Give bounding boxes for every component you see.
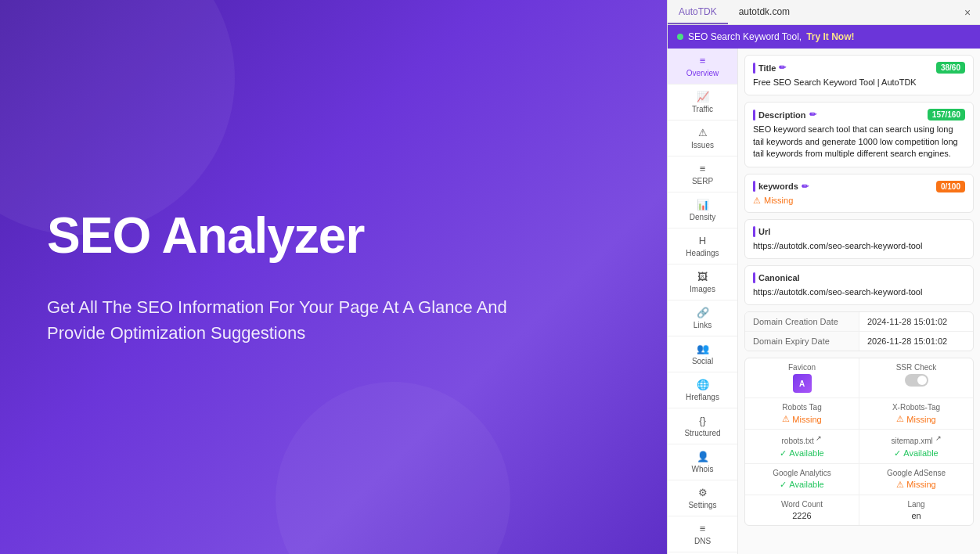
adsense-label: Google AdSense bbox=[867, 469, 965, 477]
title-value: Free SEO Search Keyword Tool | AutoTDK bbox=[753, 77, 965, 88]
wordcount-lang-row: Word Count 2226 Lang en bbox=[745, 495, 973, 525]
keywords-field-block: keywords ✏ 0/100 ⚠ Missing bbox=[744, 174, 974, 213]
keywords-edit-icon[interactable]: ✏ bbox=[802, 182, 809, 192]
whois-icon: 👤 bbox=[697, 451, 709, 462]
ssr-cell: SSR Check bbox=[859, 358, 973, 398]
ssr-label: SSR Check bbox=[867, 363, 965, 372]
sidebar-item-overview[interactable]: ≡ Overview bbox=[668, 49, 737, 85]
x-robots-status: ⚠ Missing bbox=[867, 414, 965, 424]
sidebar-item-hreflangs[interactable]: 🌐 Hreflangs bbox=[668, 372, 737, 408]
favicon-icon: A bbox=[793, 374, 812, 393]
sidebar-item-images[interactable]: 🖼 Images bbox=[668, 264, 737, 300]
warning-icon-adsense: ⚠ bbox=[896, 480, 904, 490]
extension-body: ≡ Overview 📈 Traffic ⚠ Issues ≡ SERP 📊 D… bbox=[668, 49, 980, 554]
robots-txt-status: ✓ Available bbox=[753, 448, 851, 459]
structured-icon: {} bbox=[699, 415, 706, 426]
keywords-bar bbox=[753, 181, 755, 192]
url-field-block: Url https://autotdk.com/seo-search-keywo… bbox=[744, 219, 974, 259]
issues-icon: ⚠ bbox=[698, 127, 708, 138]
tab-autotdk[interactable]: AutoTDK bbox=[668, 0, 728, 24]
sitemap-label: sitemap.xml ↗ bbox=[867, 434, 965, 445]
banner-text: SEO Search Keyword Tool, bbox=[688, 31, 802, 42]
domain-table: Domain Creation Date 2024-11-28 15:01:02… bbox=[744, 311, 974, 351]
title-field-block: Title ✏ 38/60 Free SEO Search Keyword To… bbox=[744, 55, 974, 95]
hero-subtitle: Get All The SEO Information For Your Pag… bbox=[47, 294, 517, 346]
sidebar-label-issues: Issues bbox=[691, 141, 714, 149]
hero-title: SEO Analyzer bbox=[47, 208, 620, 263]
sidebar-item-social[interactable]: 👥 Social bbox=[668, 336, 737, 372]
check-icon-robots: ✓ bbox=[780, 448, 787, 459]
favicon-label: Favicon bbox=[753, 363, 851, 372]
sidebar-item-issues[interactable]: ⚠ Issues bbox=[668, 121, 737, 156]
favicon-ssr-row: Favicon A SSR Check bbox=[745, 358, 973, 398]
sitemap-link-icon[interactable]: ↗ bbox=[935, 434, 942, 442]
robots-txt-label: robots.txt ↗ bbox=[753, 434, 851, 445]
lang-value: en bbox=[867, 511, 965, 520]
lang-cell: Lang en bbox=[859, 495, 973, 525]
analytics-cell: Google Analytics ✓ Available bbox=[745, 464, 859, 495]
robots-sitemap-row: robots.txt ↗ ✓ Available sitemap.xml ↗ bbox=[745, 430, 973, 463]
adsense-cell: Google AdSense ⚠ Missing bbox=[859, 464, 973, 495]
links-icon: 🔗 bbox=[697, 307, 709, 318]
title-field-label: Title ✏ bbox=[753, 63, 786, 74]
lang-label: Lang bbox=[867, 500, 965, 509]
x-robots-cell: X-Robots-Tag ⚠ Missing bbox=[859, 398, 973, 429]
extension-panel: AutoTDK autotdk.com × SEO Search Keyword… bbox=[667, 0, 980, 554]
sidebar-label-structured: Structured bbox=[684, 429, 720, 437]
canonical-bar bbox=[753, 272, 755, 283]
description-value: SEO keyword search tool that can search … bbox=[753, 124, 965, 160]
content-panel: Title ✏ 38/60 Free SEO Search Keyword To… bbox=[738, 49, 980, 554]
robots-tag-row: Robots Tag ⚠ Missing X-Robots-Tag ⚠ Miss… bbox=[745, 398, 973, 430]
domain-creation-label: Domain Creation Date bbox=[745, 312, 859, 331]
check-icon-sitemap: ✓ bbox=[894, 448, 901, 459]
sidebar-label-density: Density bbox=[690, 213, 715, 221]
extension-header: AutoTDK autotdk.com × bbox=[668, 0, 980, 25]
wordcount-value: 2226 bbox=[753, 511, 851, 520]
sidebar-item-structured[interactable]: {} Structured bbox=[668, 408, 737, 444]
sidebar-item-links[interactable]: 🔗 Links bbox=[668, 300, 737, 336]
url-field-label: Url bbox=[753, 226, 965, 237]
title-bar bbox=[753, 63, 755, 74]
analytics-adsense-row: Google Analytics ✓ Available Google AdSe… bbox=[745, 464, 973, 495]
warning-icon-xrobots: ⚠ bbox=[896, 414, 904, 424]
title-edit-icon[interactable]: ✏ bbox=[779, 63, 786, 73]
ssr-toggle[interactable] bbox=[905, 374, 928, 387]
warning-icon-robots: ⚠ bbox=[782, 414, 790, 424]
banner-link[interactable]: Try It Now! bbox=[806, 31, 854, 42]
tab-url[interactable]: autotdk.com bbox=[728, 0, 955, 24]
canonical-field-block: Canonical https://autotdk.com/seo-search… bbox=[744, 265, 974, 305]
sidebar-item-density[interactable]: 📊 Density bbox=[668, 192, 737, 228]
canonical-field-label: Canonical bbox=[753, 272, 965, 283]
check-icon-analytics: ✓ bbox=[780, 480, 787, 490]
headings-icon: H bbox=[699, 235, 706, 246]
serp-icon: ≡ bbox=[700, 163, 706, 174]
sidebar-label-whois: Whois bbox=[692, 465, 714, 473]
traffic-icon: 📈 bbox=[697, 91, 709, 103]
description-bar bbox=[753, 110, 755, 121]
x-robots-label: X-Robots-Tag bbox=[867, 403, 965, 412]
sidebar-item-traffic[interactable]: 📈 Traffic bbox=[668, 85, 737, 121]
sidebar-item-serp[interactable]: ≡ SERP bbox=[668, 156, 737, 192]
keywords-missing: ⚠ Missing bbox=[753, 196, 965, 206]
robots-txt-link-icon[interactable]: ↗ bbox=[816, 434, 822, 442]
description-field-header: Description ✏ 157/160 bbox=[753, 109, 965, 121]
robots-tag-label: Robots Tag bbox=[753, 403, 851, 412]
sidebar-item-settings[interactable]: ⚙ Settings bbox=[668, 480, 737, 516]
density-icon: 📊 bbox=[697, 199, 709, 210]
sidebar-label-social: Social bbox=[692, 357, 713, 365]
analytics-label: Google Analytics bbox=[753, 469, 851, 477]
url-value: https://autotdk.com/seo-search-keyword-t… bbox=[753, 240, 965, 252]
sidebar-item-dns[interactable]: ≡ DNS bbox=[668, 516, 737, 552]
title-badge: 38/60 bbox=[936, 62, 965, 74]
close-button[interactable]: × bbox=[955, 0, 980, 25]
sidebar-label-settings: Settings bbox=[688, 501, 716, 509]
sidebar-item-whois[interactable]: 👤 Whois bbox=[668, 444, 737, 480]
social-icon: 👥 bbox=[697, 343, 709, 354]
dns-icon: ≡ bbox=[700, 523, 706, 534]
domain-creation-row: Domain Creation Date 2024-11-28 15:01:02 bbox=[745, 312, 973, 332]
description-edit-icon[interactable]: ✏ bbox=[809, 110, 816, 120]
images-icon: 🖼 bbox=[697, 271, 708, 282]
sidebar-item-headings[interactable]: H Headings bbox=[668, 228, 737, 264]
description-field-block: Description ✏ 157/160 SEO keyword search… bbox=[744, 102, 974, 167]
overview-icon: ≡ bbox=[700, 55, 706, 67]
